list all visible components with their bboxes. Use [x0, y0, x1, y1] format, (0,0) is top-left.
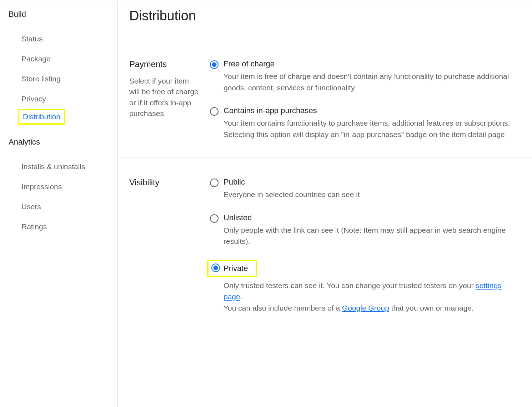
payments-options: Free of charge Your item is free of char…	[210, 59, 532, 140]
radio-wrap	[210, 177, 224, 189]
highlight-private: Private	[207, 260, 257, 277]
radio-icon[interactable]	[210, 60, 219, 69]
visibility-options: Public Everyone in selected countries ca…	[210, 177, 532, 313]
private-desc: Only trusted testers can see it. You can…	[210, 280, 511, 314]
visibility-header-col: Visibility	[129, 177, 210, 313]
radio-wrap	[210, 213, 224, 224]
radio-desc: Only trusted testers can see it. You can…	[224, 280, 511, 314]
radio-content: Public Everyone in selected countries ca…	[224, 177, 511, 200]
visibility-option-public[interactable]: Public Everyone in selected countries ca…	[210, 177, 511, 200]
radio-desc: Your item is free of charge and doesn't …	[224, 71, 511, 93]
radio-wrap	[211, 263, 224, 273]
sidebar-item-installs[interactable]: Installs & uninstalls	[9, 157, 117, 177]
page-title: Distribution	[129, 8, 532, 24]
sidebar-item-distribution[interactable]: Distribution	[23, 112, 60, 121]
sidebar-item-impressions[interactable]: Impressions	[9, 177, 117, 197]
sidebar-section-analytics: Analytics	[9, 137, 117, 147]
visibility-option-private[interactable]: Private Only trusted testers can see it.…	[210, 260, 511, 314]
radio-content: Unlisted Only people with the link can s…	[224, 213, 511, 247]
radio-label: Private	[224, 264, 248, 273]
radio-desc: Only people with the link can see it (No…	[224, 225, 511, 247]
payments-heading: Payments	[129, 59, 210, 69]
visibility-section: Visibility Public Everyone in selected c…	[118, 157, 532, 331]
app-container: Build Status Package Store listing Priva…	[0, 0, 532, 407]
payment-option-free[interactable]: Free of charge Your item is free of char…	[210, 59, 511, 93]
radio-label: Contains in-app purchases	[224, 106, 511, 115]
desc-text: that you own or manage.	[389, 304, 474, 312]
google-group-link[interactable]: Google Group	[342, 304, 389, 312]
radio-content: Contains in-app purchases Your item cont…	[224, 106, 511, 140]
main-content: Distribution Payments Select if your ite…	[118, 0, 532, 407]
radio-label: Unlisted	[224, 213, 511, 222]
sidebar-item-store-listing[interactable]: Store listing	[9, 69, 117, 89]
desc-text: You can also include members of a	[224, 304, 342, 312]
desc-text: Only trusted testers can see it. You can…	[224, 281, 476, 290]
radio-icon[interactable]	[210, 214, 219, 223]
radio-label: Public	[224, 177, 511, 187]
sidebar-section-build: Build	[9, 10, 117, 19]
visibility-heading: Visibility	[129, 177, 210, 187]
radio-icon[interactable]	[210, 107, 219, 116]
payments-subtext: Select if your item will be free of char…	[129, 76, 210, 119]
radio-wrap	[210, 106, 224, 117]
sidebar-item-status[interactable]: Status	[9, 29, 117, 49]
radio-desc: Everyone in selected countries can see i…	[224, 189, 511, 200]
sidebar-item-package[interactable]: Package	[9, 49, 117, 69]
payments-header-col: Payments Select if your item will be fre…	[129, 59, 210, 140]
radio-wrap	[210, 59, 224, 70]
radio-label: Free of charge	[224, 59, 511, 69]
sidebar-item-ratings[interactable]: Ratings	[9, 217, 117, 237]
radio-icon[interactable]	[211, 263, 220, 272]
radio-content: Free of charge Your item is free of char…	[224, 59, 511, 93]
radio-icon[interactable]	[210, 179, 219, 187]
sidebar-item-privacy[interactable]: Privacy	[9, 89, 117, 109]
highlight-distribution: Distribution	[18, 109, 65, 125]
visibility-option-unlisted[interactable]: Unlisted Only people with the link can s…	[210, 213, 511, 247]
radio-desc: Your item contains functionality to purc…	[224, 117, 511, 140]
payments-section: Payments Select if your item will be fre…	[129, 59, 532, 157]
desc-text: .	[240, 292, 242, 301]
sidebar: Build Status Package Store listing Priva…	[0, 0, 118, 407]
payment-option-inapp[interactable]: Contains in-app purchases Your item cont…	[210, 106, 511, 140]
sidebar-item-users[interactable]: Users	[9, 197, 117, 217]
